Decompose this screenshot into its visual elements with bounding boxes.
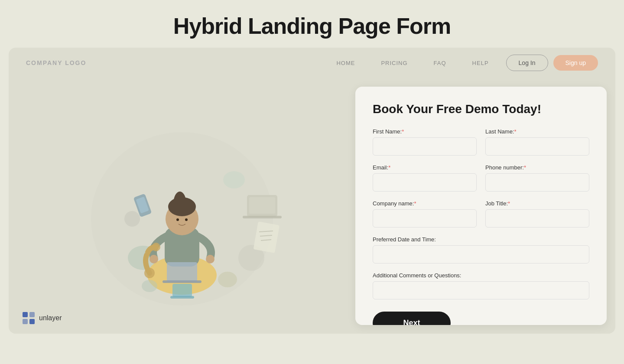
phone-label: Phone number:*	[485, 164, 589, 171]
email-input[interactable]	[373, 173, 477, 192]
svg-point-3	[124, 211, 140, 227]
comments-label: Additional Comments or Questions:	[373, 272, 589, 279]
svg-point-9	[173, 192, 186, 216]
navbar: COMPANY LOGO HOME PRICING FAQ HELP Log I…	[9, 48, 615, 78]
last-name-label: Last Name:*	[485, 128, 589, 135]
svg-rect-31	[23, 312, 28, 317]
phone-input[interactable]	[485, 173, 589, 192]
contact-row: Email:* Phone number:*	[373, 164, 589, 192]
unlayer-text: unlayer	[39, 314, 62, 322]
nav-home[interactable]: HOME	[336, 60, 355, 66]
first-name-group: First Name:*	[373, 128, 477, 156]
svg-point-30	[142, 280, 157, 292]
comments-row: Additional Comments or Questions:	[373, 272, 589, 299]
svg-point-13	[206, 255, 214, 263]
main-card: COMPANY LOGO HOME PRICING FAQ HELP Log I…	[9, 48, 615, 334]
illustration	[69, 93, 295, 318]
svg-rect-15	[162, 280, 202, 283]
job-title-group: Job Title:*	[485, 200, 589, 228]
nav-pricing[interactable]: PRICING	[381, 60, 407, 66]
login-button[interactable]: Log In	[506, 55, 548, 71]
job-title-input[interactable]	[485, 209, 589, 228]
svg-rect-19	[249, 197, 275, 214]
page-title: Hybrid Landing Page Form	[0, 0, 624, 48]
company-group: Company name:*	[373, 200, 477, 228]
last-name-input[interactable]	[485, 137, 589, 156]
svg-rect-27	[172, 284, 192, 297]
first-name-input[interactable]	[373, 137, 477, 156]
next-button[interactable]: Next	[373, 312, 451, 325]
unlayer-brand: unlayer	[22, 311, 62, 325]
name-row: First Name:* Last Name:*	[373, 128, 589, 156]
date-group: Preferred Date and Time:	[373, 236, 589, 263]
svg-point-22	[152, 243, 160, 251]
first-name-label: First Name:*	[373, 128, 477, 135]
date-row: Preferred Date and Time:	[373, 236, 589, 263]
content-area: Book Your Free Demo Today! First Name:* …	[9, 78, 615, 334]
last-name-group: Last Name:*	[485, 128, 589, 156]
phone-group: Phone number:*	[485, 164, 589, 192]
svg-rect-34	[29, 319, 35, 324]
svg-point-10	[176, 218, 179, 221]
company-row: Company name:* Job Title:*	[373, 200, 589, 228]
svg-rect-33	[23, 319, 28, 324]
unlayer-icon	[22, 311, 36, 325]
svg-point-21	[144, 268, 155, 278]
company-logo: COMPANY LOGO	[26, 59, 86, 66]
svg-rect-32	[29, 312, 35, 317]
svg-point-12	[150, 255, 158, 263]
nav-actions: Log In Sign up	[506, 55, 598, 71]
illustration-side	[9, 78, 355, 334]
svg-rect-28	[170, 296, 194, 299]
date-input[interactable]	[373, 245, 589, 263]
email-group: Email:*	[373, 164, 477, 192]
company-label: Company name:*	[373, 200, 477, 207]
nav-help[interactable]: HELP	[472, 60, 489, 66]
job-title-label: Job Title:*	[485, 200, 589, 207]
comments-input[interactable]	[373, 281, 589, 299]
company-input[interactable]	[373, 209, 477, 228]
signup-button[interactable]: Sign up	[553, 55, 598, 71]
svg-rect-20	[243, 216, 282, 218]
svg-rect-14	[167, 262, 197, 282]
svg-point-11	[185, 218, 188, 221]
svg-point-2	[223, 171, 245, 188]
nav-links: HOME PRICING FAQ HELP	[336, 60, 488, 66]
form-title: Book Your Free Demo Today!	[373, 102, 589, 116]
email-label: Email:*	[373, 164, 477, 171]
svg-point-29	[218, 272, 237, 287]
date-label: Preferred Date and Time:	[373, 236, 589, 243]
nav-faq[interactable]: FAQ	[434, 60, 446, 66]
form-panel: Book Your Free Demo Today! First Name:* …	[355, 87, 607, 325]
comments-group: Additional Comments or Questions:	[373, 272, 589, 299]
